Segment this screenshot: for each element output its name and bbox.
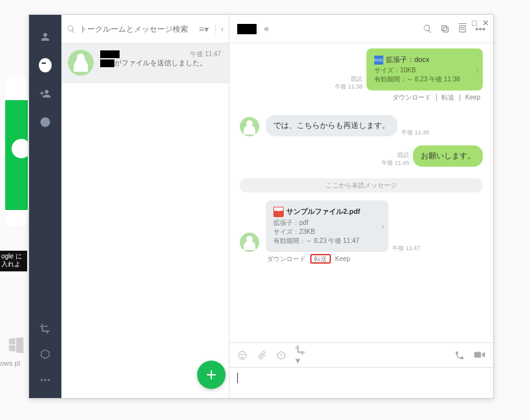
file-actions: ダウンロード 転送 Keep: [264, 255, 483, 264]
window-controls: — □ ✕: [458, 18, 489, 28]
message-bubble: では、こちらからも再送します。: [266, 115, 398, 136]
room-summary: がファイルを送信しました。: [114, 59, 207, 67]
crop-icon[interactable]: [39, 322, 52, 335]
bg-windows-text: ows pl: [0, 359, 20, 367]
room-name-redacted: [100, 50, 120, 58]
windows-logo-icon: [6, 335, 26, 354]
copy-icon[interactable]: [440, 24, 450, 34]
file-card-docx[interactable]: DOC拡張子：docx サイズ：10KB 有効期間：～ 8.23 午後 11:3…: [366, 48, 483, 90]
chat-icon[interactable]: [39, 59, 52, 72]
chat-text-input[interactable]: [229, 367, 493, 398]
call-icon[interactable]: [454, 350, 465, 361]
chat-body: 既読 午後 11:38 DOC拡張子：docx サイズ：10KB 有効期間：～ …: [229, 43, 493, 342]
add-friend-icon[interactable]: [39, 87, 52, 100]
svg-point-0: [41, 379, 43, 381]
file-card-pdf[interactable]: PDFサンプルファイル2.pdf 拡張子：pdf サイズ：23KB 有効期間：～…: [266, 200, 388, 252]
keep-link[interactable]: Keep: [333, 255, 353, 262]
friends-icon[interactable]: [39, 30, 52, 43]
message-row: では、こちらからも再送します。 午後 11:45: [240, 115, 483, 136]
emoji-icon[interactable]: [237, 350, 248, 361]
message-time: 午後 11:47: [392, 244, 420, 252]
pdf-icon: PDF: [273, 207, 284, 217]
close-button[interactable]: ✕: [482, 18, 489, 28]
more-icon[interactable]: [39, 373, 52, 386]
file-actions: ダウンロード | 転送 | Keep: [240, 93, 483, 102]
new-chat-fab[interactable]: +: [197, 361, 226, 389]
chat-toolbar: ▾: [229, 342, 493, 367]
sort-icon[interactable]: ≡▾: [196, 24, 211, 34]
message-time: 午後 11:45: [401, 129, 429, 136]
room-name-redacted-2: [100, 59, 114, 67]
svg-point-8: [238, 352, 246, 359]
keep-small-icon[interactable]: [276, 350, 286, 361]
sidebar: [29, 15, 61, 398]
avatar: [68, 50, 94, 76]
chat-header: •••: [229, 15, 493, 43]
message-row: 既読 午後 11:38 DOC拡張子：docx サイズ：10KB 有効期間：～ …: [240, 48, 483, 90]
timeline-icon[interactable]: [39, 116, 52, 129]
forward-link-highlighted[interactable]: 転送: [310, 254, 331, 264]
keep-icon[interactable]: [39, 348, 52, 361]
search-chat-icon[interactable]: [423, 24, 432, 34]
minimize-button[interactable]: —: [458, 18, 467, 28]
text-cursor: [237, 373, 238, 383]
maximize-button[interactable]: □: [472, 18, 477, 28]
room-item[interactable]: がファイルを送信しました。 午後 11:47: [61, 43, 229, 83]
svg-point-2: [48, 379, 50, 381]
download-link[interactable]: ダウンロード: [264, 255, 308, 262]
svg-point-10: [243, 354, 244, 355]
svg-rect-3: [443, 27, 449, 32]
svg-rect-4: [442, 26, 447, 31]
avatar: [240, 233, 259, 252]
speaker-icon[interactable]: [263, 25, 272, 34]
svg-point-9: [240, 354, 241, 355]
message-meta: 既読 午後 11:45: [381, 151, 409, 167]
message-row: PDFサンプルファイル2.pdf 拡張子：pdf サイズ：23KB 有効期間：～…: [240, 200, 483, 252]
bg-google-badge: ogle に入れよ: [0, 251, 27, 271]
message-row: 既読 午後 11:45 お願いします。: [240, 145, 483, 167]
app-window: — □ ✕: [28, 14, 494, 399]
unread-divider: ここから未読メッセージ: [240, 178, 483, 193]
capture-icon[interactable]: ▾: [295, 344, 306, 366]
video-icon[interactable]: [474, 350, 485, 361]
message-meta: 既読 午後 11:38: [335, 75, 363, 90]
chat-title-redacted: [237, 24, 257, 34]
message-bubble: お願いします。: [413, 145, 483, 167]
svg-point-1: [45, 379, 47, 381]
search-row: ≡▾ ‹: [61, 15, 229, 43]
keep-link[interactable]: Keep: [463, 94, 483, 101]
room-time: 午後 11:47: [190, 50, 221, 59]
chat-panel: ••• 既読 午後 11:38 DOC拡張子：docx サイズ：10KB 有効期…: [229, 15, 493, 398]
download-link[interactable]: ダウンロード: [390, 94, 434, 101]
attach-icon[interactable]: [257, 350, 267, 361]
avatar: [240, 117, 259, 136]
doc-icon: DOC: [374, 56, 383, 65]
roomlist-panel: ≡▾ ‹ がファイルを送信しました。 午後 11:47 +: [61, 15, 229, 398]
room-content: がファイルを送信しました。 午後 11:47: [100, 50, 221, 76]
svg-rect-11: [474, 352, 482, 357]
search-input[interactable]: [80, 25, 193, 34]
collapse-icon[interactable]: ‹: [215, 25, 224, 34]
forward-link[interactable]: 転送: [439, 94, 457, 101]
chevron-right-icon: ›: [381, 221, 385, 231]
search-icon: [67, 25, 76, 34]
chevron-right-icon: ›: [476, 65, 479, 76]
